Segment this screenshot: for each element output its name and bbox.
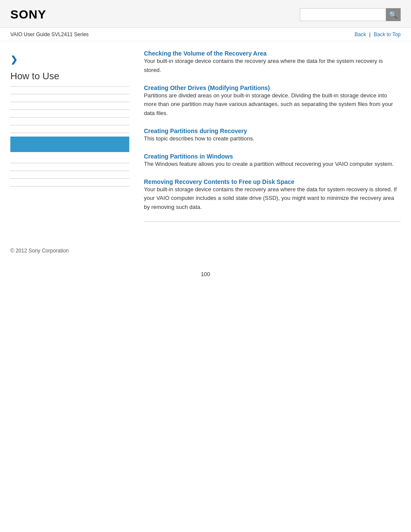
search-area: 🔍	[300, 8, 401, 21]
sidebar-item[interactable]	[10, 118, 129, 125]
section3-title[interactable]: Creating Partitions during Recovery	[144, 128, 247, 134]
nav-separator: |	[369, 31, 371, 37]
section5-body: Your built-in storage device contains th…	[144, 185, 401, 212]
back-link[interactable]: Back	[355, 31, 366, 37]
search-input[interactable]	[300, 8, 386, 21]
content-section-3: Creating Partitions during Recovery This…	[144, 128, 401, 143]
section2-title[interactable]: Creating Other Drives (Modifying Partiti…	[144, 84, 270, 91]
nav-links: Back | Back to Top	[355, 31, 401, 37]
sidebar-item[interactable]	[10, 156, 129, 163]
page-header: SONY 🔍	[0, 0, 411, 28]
sidebar-title: How to Use	[10, 71, 129, 87]
guide-label: VAIO User Guide SVL2411 Series	[10, 31, 89, 37]
back-to-top-label: Back to Top	[374, 31, 401, 37]
sidebar-item[interactable]	[10, 87, 129, 94]
sidebar-item[interactable]	[10, 179, 129, 187]
section1-body: Your built-in storage device contains th…	[144, 57, 401, 75]
nav-bar: VAIO User Guide SVL2411 Series Back | Ba…	[0, 28, 411, 41]
content-section-5: Removing Recovery Contents to Free up Di…	[144, 178, 401, 212]
sidebar-item[interactable]	[10, 125, 129, 133]
section1-title[interactable]: Checking the Volume of the Recovery Area	[144, 50, 267, 57]
sidebar-blanks-below	[10, 156, 129, 187]
sidebar-item[interactable]	[10, 171, 129, 179]
search-icon: 🔍	[389, 11, 398, 19]
page-number: 100	[0, 262, 411, 286]
copyright-text: © 2012 Sony Corporation	[10, 248, 69, 254]
sony-logo: SONY	[10, 8, 46, 22]
section2-body: Partitions are divided areas on your bui…	[144, 91, 401, 118]
content-divider	[144, 221, 401, 222]
sidebar-item[interactable]	[10, 94, 129, 102]
sidebar-item[interactable]	[10, 163, 129, 171]
section4-title[interactable]: Creating Partitions in Windows	[144, 153, 233, 160]
sidebar: ❯ How to Use	[10, 50, 140, 230]
sidebar-item[interactable]	[10, 102, 129, 110]
back-to-top-link[interactable]: Back to Top	[374, 31, 401, 37]
content-section-2: Creating Other Drives (Modifying Partiti…	[144, 84, 401, 118]
main-container: ❯ How to Use Checking the Volume of the …	[0, 41, 411, 239]
section5-title[interactable]: Removing Recovery Contents to Free up Di…	[144, 178, 294, 185]
content-area: Checking the Volume of the Recovery Area…	[140, 50, 401, 230]
content-section-1: Checking the Volume of the Recovery Area…	[144, 50, 401, 75]
search-button[interactable]: 🔍	[386, 8, 401, 21]
sidebar-highlighted-item[interactable]	[10, 137, 129, 152]
section3-body: This topic describes how to create parti…	[144, 134, 401, 143]
footer: © 2012 Sony Corporation	[0, 239, 411, 262]
content-section-4: Creating Partitions in Windows The Windo…	[144, 153, 401, 169]
chevron-icon[interactable]: ❯	[10, 54, 129, 65]
sidebar-item[interactable]	[10, 110, 129, 118]
section4-body: The Windows feature allows you to create…	[144, 160, 401, 169]
